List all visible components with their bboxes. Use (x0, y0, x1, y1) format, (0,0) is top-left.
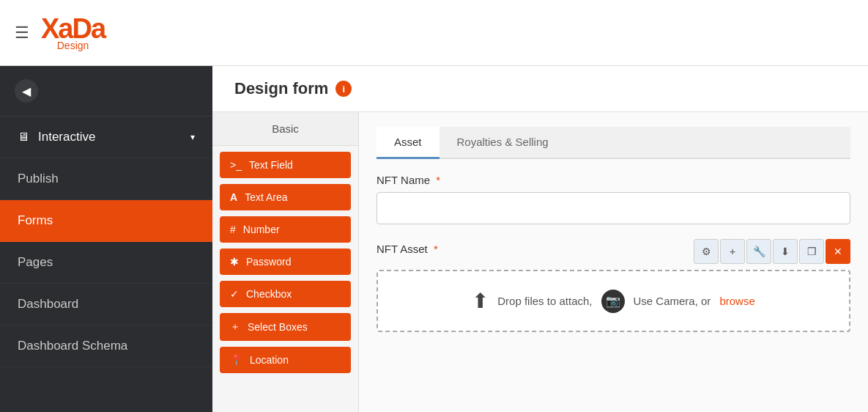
sidebar-item-label-publish: Publish (18, 172, 59, 186)
monitor-icon: 🖥 (18, 130, 29, 144)
copy-icon: ❐ (807, 246, 817, 257)
tabs-bar: Asset Royalties & Selling (376, 127, 850, 159)
select-boxes-icon: ＋ (230, 320, 240, 334)
browse-link[interactable]: browse (719, 295, 754, 307)
nft-asset-required: * (431, 243, 438, 255)
back-button[interactable]: ◀ (15, 79, 38, 103)
sidebar-item-publish[interactable]: Publish (0, 158, 212, 200)
asset-tool-add[interactable]: + (720, 239, 745, 264)
location-icon: 📍 (230, 354, 242, 366)
upload-cloud-icon: ⬆ (472, 289, 489, 313)
page-title-bar: Design form i (212, 66, 868, 112)
component-number[interactable]: # Number (220, 216, 351, 243)
chevron-down-icon: ▾ (190, 132, 195, 142)
sidebar-item-label-dashboard: Dashboard (18, 297, 78, 312)
component-label-text-field: Text Field (249, 159, 293, 171)
sidebar-item-interactive[interactable]: 🖥 Interactive ▾ (0, 117, 212, 158)
component-label-number: Number (243, 224, 280, 235)
logo-text: XaDa (41, 15, 105, 43)
tab-royalties-selling[interactable]: Royalties & Selling (439, 127, 566, 159)
asset-tool-copy[interactable]: ❐ (799, 239, 824, 264)
asset-tool-settings[interactable]: ⚙ (694, 239, 719, 264)
sidebar: ◀ 🖥 Interactive ▾ Publish Forms Pages Da… (0, 66, 212, 412)
text-area-icon: A (230, 191, 237, 203)
drop-zone-text-before: Drop files to attach, (497, 295, 592, 307)
nft-name-required: * (433, 174, 440, 186)
panel-section-header: Basic (212, 112, 358, 146)
nft-asset-label: NFT Asset * (376, 243, 438, 255)
sidebar-item-pages[interactable]: Pages (0, 242, 212, 284)
component-location[interactable]: 📍 Location (220, 347, 351, 373)
component-label-select-boxes: Select Boxes (248, 321, 308, 333)
camera-icon: 📷 (601, 290, 625, 313)
tab-asset[interactable]: Asset (376, 127, 439, 159)
number-icon: # (230, 224, 236, 235)
component-select-boxes[interactable]: ＋ Select Boxes (220, 313, 351, 341)
sidebar-item-forms[interactable]: Forms (0, 200, 212, 242)
password-icon: ✱ (230, 256, 239, 268)
component-text-field[interactable]: >_ Text Field (220, 152, 351, 178)
sidebar-item-dashboard-schema[interactable]: Dashboard Schema (0, 325, 212, 367)
drop-zone[interactable]: ⬆ Drop files to attach, 📷 Use Camera, or… (376, 270, 850, 332)
hamburger-icon[interactable]: ☰ (15, 23, 29, 43)
component-label-checkbox: Checkbox (246, 288, 292, 300)
plus-icon: + (730, 246, 735, 257)
info-icon: i (335, 81, 352, 97)
sidebar-back: ◀ (0, 66, 212, 117)
component-password[interactable]: ✱ Password (220, 249, 351, 275)
settings-icon: ⚙ (702, 246, 711, 257)
delete-icon: ✕ (834, 246, 842, 257)
download-icon: ⬇ (781, 246, 790, 257)
asset-tool-download[interactable]: ⬇ (773, 239, 798, 264)
component-label-password: Password (246, 256, 291, 268)
component-checkbox[interactable]: ✓ Checkbox (220, 281, 351, 307)
sidebar-item-label-dashboard-schema: Dashboard Schema (18, 339, 127, 353)
wrench-icon: 🔧 (753, 246, 765, 257)
back-icon: ◀ (22, 84, 31, 98)
component-label-location: Location (250, 354, 289, 366)
nft-asset-group: NFT Asset * ⚙ + 🔧 (376, 239, 850, 332)
component-panel: Basic >_ Text Field A Text Area # Number (212, 112, 359, 412)
form-design-area: Asset Royalties & Selling NFT Name * NFT… (359, 112, 868, 412)
sidebar-item-label-interactive: Interactive (38, 130, 95, 144)
sidebar-item-label-pages: Pages (18, 255, 53, 270)
asset-tool-delete[interactable]: ✕ (826, 239, 850, 264)
asset-toolbar: ⚙ + 🔧 ⬇ ❐ (694, 239, 850, 264)
content-area: Basic >_ Text Field A Text Area # Number (212, 112, 868, 412)
top-header: ☰ XaDa Design (0, 0, 868, 66)
asset-tool-wrench[interactable]: 🔧 (746, 239, 771, 264)
nft-name-input[interactable] (376, 192, 850, 224)
text-field-icon: >_ (230, 159, 242, 171)
drop-zone-text-middle: Use Camera, or (634, 295, 711, 307)
component-label-text-area: Text Area (245, 191, 287, 203)
sidebar-item-dashboard[interactable]: Dashboard (0, 284, 212, 325)
nft-name-group: NFT Name * (376, 174, 850, 224)
asset-header: NFT Asset * ⚙ + 🔧 (376, 239, 850, 264)
component-text-area[interactable]: A Text Area (220, 184, 351, 210)
logo-container: XaDa Design (41, 15, 105, 51)
sidebar-item-label-forms: Forms (18, 213, 53, 228)
nft-name-label: NFT Name * (376, 174, 850, 186)
checkbox-icon: ✓ (230, 288, 239, 300)
page-title: Design form (234, 79, 328, 98)
main-content: Design form i Basic >_ Text Field A Text… (212, 66, 868, 412)
